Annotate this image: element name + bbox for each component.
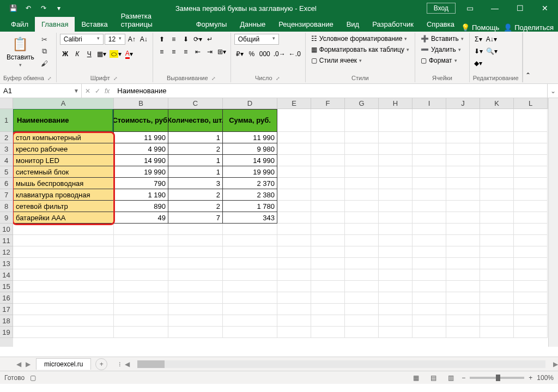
row-header-5[interactable]: 5 <box>0 166 13 178</box>
tab-view[interactable]: Вид <box>340 17 366 32</box>
tab-page-layout[interactable]: Разметка страницы <box>114 9 190 32</box>
row-header-17[interactable]: 17 <box>0 304 13 315</box>
percent-icon[interactable]: % <box>246 49 257 59</box>
find-select-icon[interactable]: 🔍▾ <box>485 46 499 57</box>
italic-button[interactable]: К <box>72 49 83 59</box>
tab-help[interactable]: Справка <box>420 17 461 32</box>
col-header-I[interactable]: I <box>413 98 446 109</box>
col-header-E[interactable]: E <box>277 98 311 109</box>
insert-cells-button[interactable]: ➕Вставить▾ <box>418 34 466 44</box>
col-header-A[interactable]: A <box>13 98 114 109</box>
row-header-10[interactable]: 10 <box>0 224 13 235</box>
row-header-14[interactable]: 14 <box>0 269 13 281</box>
row-header-11[interactable]: 11 <box>0 235 13 246</box>
clipboard-launcher-icon[interactable]: ⤢ <box>46 76 53 81</box>
wrap-text-icon[interactable]: ↵ <box>204 34 215 45</box>
vertical-scrollbar[interactable] <box>548 98 558 347</box>
row-header-2[interactable]: 2 <box>0 132 13 143</box>
delete-cells-button[interactable]: ➖Удалить▾ <box>418 45 463 55</box>
sheet-nav-next-icon[interactable]: ▶ <box>26 360 31 368</box>
paste-button[interactable]: 📋 Вставить ▾ <box>3 34 38 70</box>
select-all-corner[interactable] <box>0 98 13 109</box>
cancel-formula-icon[interactable]: ✕ <box>85 87 90 95</box>
indent-decrease-icon[interactable]: ⇤ <box>192 46 203 57</box>
collapse-ribbon-icon[interactable]: ⌃ <box>523 33 533 82</box>
align-middle-icon[interactable]: ≡ <box>168 34 179 45</box>
col-header-F[interactable]: F <box>311 98 345 109</box>
font-color-button[interactable]: А▾ <box>124 49 135 59</box>
share-button[interactable]: 👤Поделиться <box>504 23 554 32</box>
format-as-table-button[interactable]: ▦Форматировать как таблицу▾ <box>309 45 411 55</box>
col-header-K[interactable]: K <box>480 98 514 109</box>
page-break-view-icon[interactable]: ▥ <box>444 373 457 383</box>
align-left-icon[interactable]: ≡ <box>156 46 167 57</box>
maximize-icon[interactable]: ☐ <box>509 0 531 16</box>
tab-file[interactable]: Файл <box>4 17 35 32</box>
bold-button[interactable]: Ж <box>60 49 71 59</box>
grow-font-icon[interactable]: A↑ <box>126 34 137 45</box>
row-header-16[interactable]: 16 <box>0 292 13 304</box>
copy-icon[interactable]: ⧉ <box>39 46 50 57</box>
row-header-19[interactable]: 19 <box>0 327 13 338</box>
decrease-decimal-icon[interactable]: ←.0 <box>288 49 302 59</box>
orientation-icon[interactable]: ⟳▾ <box>192 34 203 45</box>
zoom-in-icon[interactable]: + <box>529 374 532 382</box>
tab-formulas[interactable]: Формулы <box>190 17 234 32</box>
tab-data[interactable]: Данные <box>233 17 272 32</box>
fill-icon[interactable]: ⬇▾ <box>473 46 484 57</box>
undo-icon[interactable]: ↶ <box>22 2 35 14</box>
enter-formula-icon[interactable]: ✓ <box>95 87 100 95</box>
name-box[interactable]: ▼ <box>0 84 82 98</box>
ribbon-options-icon[interactable]: ▭ <box>459 0 481 16</box>
col-header-G[interactable]: G <box>345 98 379 109</box>
tab-home[interactable]: Главная <box>35 17 75 32</box>
add-sheet-button[interactable]: + <box>95 358 107 370</box>
font-launcher-icon[interactable]: ⤢ <box>112 76 119 81</box>
fx-icon[interactable]: fx <box>105 87 110 95</box>
zoom-slider[interactable] <box>470 377 524 379</box>
shrink-font-icon[interactable]: A↓ <box>138 34 149 45</box>
minimize-icon[interactable]: — <box>484 0 506 16</box>
normal-view-icon[interactable]: ▦ <box>409 373 422 383</box>
indent-increase-icon[interactable]: ⇥ <box>204 46 215 57</box>
sheet-tab[interactable]: microexcel.ru <box>36 358 91 370</box>
expand-formula-bar-icon[interactable]: ⌄ <box>547 84 558 98</box>
row-header-8[interactable]: 8 <box>0 201 13 212</box>
currency-icon[interactable]: ₽▾ <box>234 49 245 59</box>
increase-decimal-icon[interactable]: .0→ <box>272 49 287 59</box>
comma-style-icon[interactable]: 000 <box>258 49 271 59</box>
align-right-icon[interactable]: ≡ <box>180 46 191 57</box>
tell-me[interactable]: 💡Помощь <box>461 23 499 32</box>
formula-input[interactable] <box>117 87 543 95</box>
col-header-H[interactable]: H <box>379 98 413 109</box>
number-format-select[interactable]: Общий▾ <box>234 34 279 45</box>
format-cells-button[interactable]: ▢Формат▾ <box>418 56 459 65</box>
row-header-7[interactable]: 7 <box>0 189 13 201</box>
row-header-4[interactable]: 4 <box>0 155 13 166</box>
row-header-9[interactable]: 9 <box>0 212 13 224</box>
align-bottom-icon[interactable]: ⬇ <box>180 34 191 45</box>
clear-icon[interactable]: ◆▾ <box>473 58 484 69</box>
horizontal-scrollbar[interactable]: ⫶ ◀ ▶ <box>118 360 558 368</box>
row-header-6[interactable]: 6 <box>0 178 13 189</box>
col-header-J[interactable]: J <box>446 98 480 109</box>
align-center-icon[interactable]: ≡ <box>168 46 179 57</box>
tab-review[interactable]: Рецензирование <box>272 17 339 32</box>
row-header-3[interactable]: 3 <box>0 143 13 155</box>
number-launcher-icon[interactable]: ⤢ <box>275 76 281 81</box>
row-header-18[interactable]: 18 <box>0 315 13 327</box>
col-header-D[interactable]: D <box>223 98 277 109</box>
tab-developer[interactable]: Разработчик <box>366 17 420 32</box>
redo-icon[interactable]: ↷ <box>37 2 50 14</box>
row-header-12[interactable]: 12 <box>0 246 13 258</box>
sort-filter-icon[interactable]: A↓▾ <box>485 34 498 45</box>
row-header-15[interactable]: 15 <box>0 281 13 292</box>
format-painter-icon[interactable]: 🖌 <box>39 58 50 69</box>
name-box-input[interactable] <box>3 87 78 95</box>
merge-cells-icon[interactable]: ⊞▾ <box>216 46 227 57</box>
col-header-B[interactable]: B <box>114 98 168 109</box>
zoom-out-icon[interactable]: − <box>462 374 465 382</box>
zoom-level[interactable]: 100% <box>537 374 554 382</box>
align-top-icon[interactable]: ⬆ <box>156 34 167 45</box>
cut-icon[interactable]: ✂ <box>39 34 50 45</box>
